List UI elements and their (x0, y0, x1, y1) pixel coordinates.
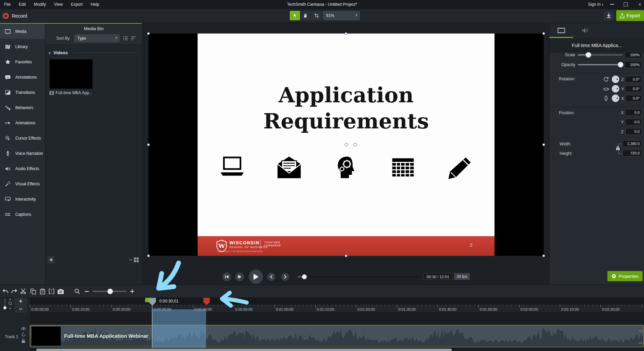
sidebar-item-audio-effects[interactable]: Audio Effects (0, 161, 45, 176)
redo-button[interactable] (10, 287, 18, 295)
tab-visual-properties[interactable] (549, 23, 573, 38)
timeline-selection-region[interactable] (152, 309, 206, 348)
download-button[interactable] (604, 11, 613, 20)
videos-group-header[interactable]: ▾ Videos (49, 49, 139, 56)
width-value-box[interactable]: 1,280.0 (623, 140, 642, 147)
timeline-ruler[interactable]: 0:00:00;000:00:10;000:00:20;000:00:30;00… (30, 305, 644, 313)
rotate-x-knob[interactable] (612, 95, 619, 102)
selection-handle-mid-left[interactable] (147, 143, 150, 146)
timeline-marker-strip[interactable] (30, 298, 644, 305)
selection-handle-bottom-left[interactable] (147, 254, 150, 257)
export-button[interactable]: Export (616, 10, 644, 21)
add-track-button[interactable] (15, 298, 26, 305)
position-z-value-box[interactable]: 0.0 (625, 128, 642, 135)
track-clip[interactable]: Full-time MBA Application Webinar (30, 325, 644, 347)
selection-anchor-handle[interactable] (354, 143, 357, 146)
scroll-dash[interactable] (639, 343, 643, 344)
rotate-y-knob[interactable] (612, 85, 619, 92)
sidebar-item-transitions[interactable]: Transitions (0, 85, 45, 100)
sign-in-menu[interactable]: Sign In ▾ (588, 0, 603, 9)
add-media-button[interactable] (47, 256, 55, 264)
scale-slider[interactable] (578, 54, 623, 56)
position-y-value-box[interactable]: 0.0 (625, 119, 642, 125)
list-view-icon[interactable] (123, 36, 128, 41)
step-forward-button[interactable] (235, 272, 244, 281)
crop-tool-button[interactable] (311, 11, 322, 20)
selection-out-handle[interactable] (203, 298, 210, 305)
previous-marker-button[interactable] (267, 273, 275, 281)
play-button[interactable] (249, 270, 263, 284)
canvas-zoom-dropdown[interactable]: 91% ▾ (323, 11, 360, 20)
step-back-button[interactable] (222, 272, 231, 281)
cursor-tool-button[interactable] (290, 11, 300, 20)
timeline-zoom-handle[interactable] (107, 289, 113, 294)
rotation-z-value-box[interactable]: 0.0° (625, 76, 642, 83)
sidebar-item-annotations[interactable]: aAnnotations (0, 69, 45, 85)
opacity-slider-handle[interactable] (618, 62, 623, 67)
sort-by-dropdown[interactable]: Type ▾ (74, 34, 120, 42)
sidebar-item-behaviors[interactable]: Behaviors (0, 100, 45, 115)
dimension-lock-icon[interactable] (616, 146, 620, 150)
height-value-box[interactable]: 720.0 (623, 150, 642, 157)
selection-handle-bottom-center[interactable] (345, 254, 347, 257)
timeline-zoom-in-button[interactable] (129, 287, 136, 295)
vertical-zoom-icon[interactable] (8, 298, 12, 309)
restore-button[interactable] (624, 2, 628, 6)
scale-value-box[interactable]: 100% (625, 51, 642, 58)
playhead-head[interactable] (149, 298, 156, 306)
sidebar-item-cursor-effects[interactable]: Cursor Effects (0, 130, 45, 146)
minimize-button[interactable] (610, 4, 614, 5)
selection-handle-top-center[interactable] (345, 32, 347, 35)
opacity-value-box[interactable]: 100% (625, 61, 642, 68)
rotation-y-value-box[interactable]: 0.0° (625, 85, 642, 92)
close-button[interactable]: × (639, 0, 641, 9)
playhead-line[interactable] (152, 304, 153, 348)
timeline-scrollbar[interactable] (36, 349, 452, 351)
rotation-x-value-box[interactable]: 0.0° (625, 95, 642, 102)
selection-handle-mid-right[interactable] (542, 143, 545, 146)
track-lock-icon[interactable] (21, 338, 25, 343)
sidebar-item-favorites[interactable]: Favorites (0, 54, 45, 69)
thumbnail-view-toggle[interactable] (129, 257, 140, 263)
rotate-z-knob[interactable] (612, 76, 619, 83)
sidebar-item-library[interactable]: Library (0, 39, 45, 54)
sidebar-item-interactivity[interactable]: Interactivity (0, 191, 45, 207)
pan-tool-button[interactable] (301, 11, 311, 20)
timeline-zoom-button[interactable] (73, 287, 81, 295)
copy-button[interactable] (29, 287, 37, 295)
scroll-dash[interactable] (639, 330, 643, 331)
track-options-button[interactable] (15, 306, 26, 312)
record-button[interactable]: Record (3, 11, 27, 21)
timeline-zoom-slider[interactable] (93, 291, 126, 292)
next-marker-button[interactable] (281, 273, 289, 281)
track-visibility-icon[interactable] (21, 327, 26, 330)
media-item[interactable]: Full-time MBA App... (49, 59, 93, 97)
sidebar-item-media[interactable]: Media (0, 24, 45, 39)
sidebar-item-voice-narration[interactable]: Voice Narration (0, 146, 45, 161)
playback-scrubber[interactable] (298, 276, 419, 277)
track-loop-icon[interactable] (21, 332, 26, 337)
split-button[interactable] (47, 287, 56, 295)
cut-button[interactable] (19, 287, 27, 295)
tab-audio-properties[interactable] (573, 23, 597, 38)
paste-button[interactable] (38, 287, 46, 295)
fps-display[interactable]: 30 fps (454, 273, 470, 280)
scrubber-handle[interactable] (302, 274, 307, 279)
selection-center-handle[interactable] (345, 143, 348, 146)
sidebar-item-animations[interactable]: Animations (0, 115, 45, 130)
selection-handle-top-left[interactable] (147, 32, 150, 35)
screenshot-button[interactable] (57, 287, 65, 295)
canvas-stage[interactable]: Application Requirements W WISCONSIN SCH… (148, 34, 544, 256)
sort-order-icon[interactable] (131, 36, 136, 41)
opacity-slider[interactable] (578, 64, 623, 65)
position-x-value-box[interactable]: 0.0 (625, 109, 642, 116)
sidebar-item-captions[interactable]: CCCaptions (0, 207, 45, 222)
scale-slider-handle[interactable] (586, 52, 591, 58)
selection-handle-top-right[interactable] (542, 32, 545, 35)
sidebar-item-visual-effects[interactable]: Visual Effects (0, 176, 45, 191)
timeline-zoom-out-button[interactable] (83, 287, 90, 295)
selection-handle-bottom-right[interactable] (542, 254, 545, 257)
track-height-handle[interactable] (3, 306, 6, 309)
properties-button[interactable]: Properties (607, 271, 643, 281)
undo-button[interactable] (1, 287, 9, 295)
